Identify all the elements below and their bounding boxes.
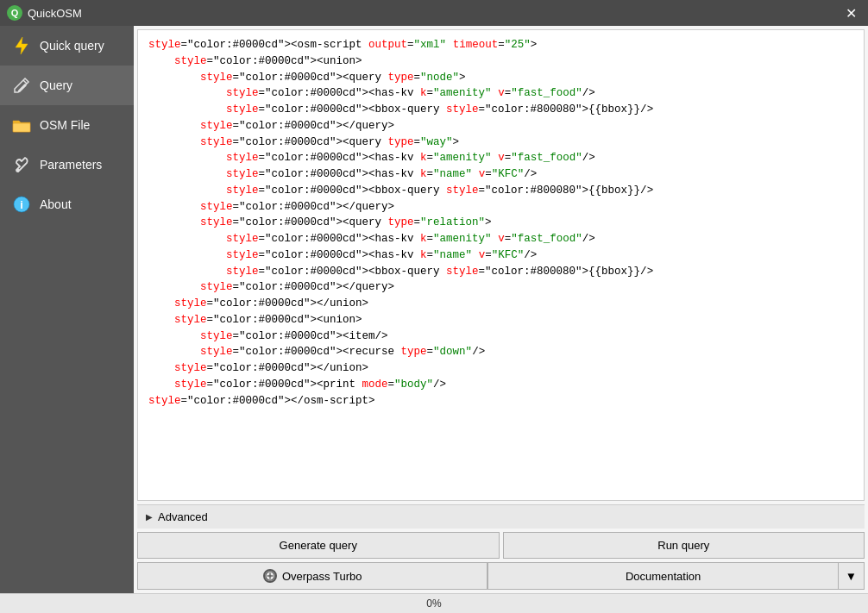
- code-line: style="color:#0000cd"></query>: [148, 279, 853, 296]
- sidebar-item-query[interactable]: Query: [0, 66, 134, 105]
- lightning-icon: [12, 36, 31, 55]
- code-line: style="color:#0000cd"><has-kv k="name" v…: [148, 247, 853, 264]
- sidebar-item-label: Quick query: [40, 39, 104, 53]
- code-line: style="color:#0000cd"><has-kv k="amenity…: [148, 231, 853, 247]
- run-query-button[interactable]: Run query: [503, 532, 865, 559]
- chevron-down-icon: ▼: [846, 570, 857, 583]
- sidebar-item-quick-query[interactable]: Quick query: [0, 26, 134, 66]
- code-line: style="color:#0000cd"><has-kv k="amenity…: [148, 85, 853, 102]
- svg-text:i: i: [20, 198, 23, 211]
- svg-marker-2: [16, 37, 28, 54]
- status-bar: 0%: [0, 593, 868, 613]
- content-area: style="color:#0000cd"><osm-script output…: [134, 26, 868, 593]
- code-line: style="color:#0000cd"><print mode="body"…: [148, 377, 853, 393]
- code-line: style="color:#0000cd"></union>: [148, 360, 853, 377]
- close-button[interactable]: ✕: [840, 3, 861, 23]
- code-line: style="color:#0000cd"></query>: [148, 118, 853, 134]
- sidebar-item-parameters[interactable]: Parameters: [0, 145, 134, 185]
- code-line: style="color:#0000cd"><bbox-query style=…: [148, 102, 853, 118]
- sidebar-item-label: Query: [40, 78, 72, 92]
- code-line: style="color:#0000cd"><query type="node"…: [148, 70, 853, 86]
- sidebar-item-osm-file[interactable]: OSM File: [0, 105, 134, 145]
- advanced-section[interactable]: ▶ Advanced: [137, 504, 865, 529]
- wrench-icon: [12, 155, 31, 174]
- code-line: style="color:#0000cd"><bbox-query style=…: [148, 264, 853, 280]
- folder-icon: [12, 116, 31, 134]
- svg-line-5: [23, 80, 27, 84]
- documentation-dropdown-button[interactable]: ▼: [839, 562, 865, 590]
- code-line: style="color:#0000cd"><has-kv k="name" v…: [148, 166, 853, 183]
- code-line: style="color:#0000cd"></query>: [148, 199, 853, 216]
- code-line: style="color:#0000cd"><recurse type="dow…: [148, 344, 853, 360]
- button-row-2: Overpass Turbo Documentation ▼: [134, 562, 868, 593]
- info-icon: i: [12, 195, 31, 214]
- overpass-turbo-button[interactable]: Overpass Turbo: [137, 562, 487, 590]
- sidebar-item-label: OSM File: [40, 118, 90, 132]
- progress-text: 0%: [426, 597, 441, 610]
- sidebar-item-label: Parameters: [40, 158, 102, 172]
- code-line: style="color:#0000cd"><osm-script output…: [148, 37, 853, 53]
- code-line: style="color:#0000cd"><has-kv k="amenity…: [148, 150, 853, 166]
- sidebar: Quick query Query OSM File: [0, 26, 134, 593]
- code-line: style="color:#0000cd"><union>: [148, 312, 853, 328]
- code-line: style="color:#0000cd"><bbox-query style=…: [148, 183, 853, 199]
- svg-point-7: [17, 169, 20, 172]
- sidebar-item-label: About: [40, 197, 72, 211]
- code-line: style="color:#0000cd"></union>: [148, 296, 853, 312]
- documentation-button[interactable]: Documentation: [487, 562, 838, 590]
- overpass-circle-icon: [263, 569, 277, 583]
- code-line: style="color:#0000cd"><query type="relat…: [148, 215, 853, 231]
- svg-rect-6: [13, 123, 30, 132]
- code-line: style="color:#0000cd"><item/>: [148, 328, 853, 345]
- main-container: Quick query Query OSM File: [0, 26, 868, 593]
- pencil-icon: [12, 76, 31, 95]
- sidebar-item-about[interactable]: i About: [0, 185, 134, 224]
- title-bar-left: Q QuickOSM: [7, 5, 82, 21]
- code-line: style="color:#0000cd"><union>: [148, 53, 853, 70]
- overpass-turbo-label: Overpass Turbo: [282, 570, 362, 583]
- generate-query-button[interactable]: Generate query: [137, 532, 500, 559]
- app-title: QuickOSM: [28, 7, 82, 20]
- title-bar: Q QuickOSM ✕: [0, 0, 868, 26]
- button-row-1: Generate query Run query: [134, 529, 868, 562]
- svg-text:Q: Q: [11, 8, 19, 18]
- code-editor[interactable]: style="color:#0000cd"><osm-script output…: [137, 29, 865, 501]
- code-line: style="color:#0000cd"><query type="way">: [148, 134, 853, 151]
- code-line: style="color:#0000cd"></osm-script>: [148, 393, 853, 410]
- advanced-arrow-icon: ▶: [146, 512, 153, 522]
- app-logo-icon: Q: [7, 5, 22, 21]
- advanced-label: Advanced: [158, 510, 208, 523]
